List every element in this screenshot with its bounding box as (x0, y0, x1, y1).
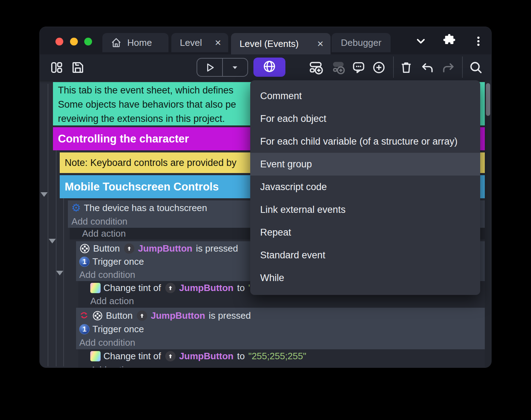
menu-item-link-external-events[interactable]: Link external events (250, 198, 480, 221)
action-block-tint-2[interactable]: Change tint of JumpButton to "255;255;25… (78, 349, 486, 368)
tab-debugger[interactable]: Debugger (332, 33, 391, 52)
condition-text: is pressed (209, 310, 251, 321)
save-icon[interactable] (70, 59, 86, 76)
system-gear-icon: ⚙︎ (71, 203, 81, 213)
minimize-window-button[interactable] (70, 38, 78, 45)
tab-home-label: Home (127, 37, 152, 48)
add-event-context-menu: Comment For each object For each child v… (250, 80, 480, 295)
kebab-menu-icon[interactable] (471, 33, 486, 49)
event-block-jumpbutton-2[interactable]: Button JumpButton is pressed 1 Trigger o… (76, 308, 486, 349)
titlebar: Home Level × Level (Events) × Debugger (40, 27, 491, 54)
menu-item-for-each-child-variable[interactable]: For each child variable (of a structure … (250, 130, 480, 153)
toolbar (40, 54, 491, 80)
trigger-once-icon: 1 (79, 324, 90, 334)
menu-item-for-each-object[interactable]: For each object (250, 107, 480, 130)
tint-rainbow-icon (90, 283, 101, 293)
screenshot-background: Home Level × Level (Events) × Debugger (0, 0, 531, 420)
action-text: to (237, 282, 245, 294)
gamepad-icon (92, 310, 103, 321)
toolbar-divider-2 (462, 56, 463, 78)
zoom-window-button[interactable] (84, 38, 92, 45)
action-text: to (237, 351, 245, 362)
note-text: Note: Keyboard controls are provided by (65, 157, 236, 168)
tint-value: "255;255;255" (248, 351, 306, 362)
globe-icon (263, 60, 276, 75)
condition-text: Trigger once (92, 324, 144, 335)
condition-text: Button (93, 243, 120, 254)
add-condition-link[interactable]: Add condition (79, 336, 486, 349)
add-comment-icon[interactable] (350, 59, 367, 76)
indent-guide (56, 131, 57, 366)
jumpbutton-arrow-icon (165, 351, 176, 361)
menu-item-event-group[interactable]: Event group (250, 153, 480, 176)
scrollbar-thumb[interactable] (486, 83, 490, 116)
close-window-button[interactable] (55, 38, 63, 45)
app-window: Home Level × Level (Events) × Debugger (39, 27, 492, 368)
group-title: Controlling the character (58, 133, 189, 145)
condition-text: is pressed (196, 243, 238, 254)
tab-level-label: Level (180, 37, 202, 48)
home-icon (110, 37, 122, 49)
add-plus-icon[interactable] (371, 59, 387, 76)
chevron-down-icon[interactable] (413, 33, 429, 49)
invert-arrows-icon (79, 311, 89, 321)
remote-preview-button[interactable] (253, 58, 285, 77)
tab-level-events-label: Level (Events) (240, 38, 299, 49)
toolbar-divider (393, 56, 394, 78)
menu-item-standard-event[interactable]: Standard event (250, 244, 480, 266)
gamepad-icon (79, 243, 90, 254)
condition-text: Button (106, 310, 133, 321)
indent-guide (63, 179, 64, 366)
preview-button-group (197, 58, 248, 77)
condition-text: The device has a touchscreen (84, 203, 207, 214)
condition-text: Trigger once (92, 256, 144, 267)
tab-level-events-close-icon[interactable]: × (317, 38, 323, 49)
add-action-link[interactable]: Add action (90, 363, 486, 368)
menu-item-repeat[interactable]: Repeat (250, 221, 480, 244)
scrollbar-track[interactable] (485, 80, 491, 368)
add-subevent-icon[interactable] (330, 59, 346, 76)
action-text: Change tint of (103, 282, 161, 294)
redo-icon[interactable] (440, 59, 456, 76)
addons-puzzle-icon[interactable] (441, 33, 457, 48)
jumpbutton-arrow-icon (137, 311, 147, 321)
jumpbutton-arrow-icon (165, 283, 176, 293)
group-title: Mobile Touchscreen Controls (65, 181, 219, 193)
tab-level[interactable]: Level × (171, 33, 228, 52)
trigger-once-icon: 1 (79, 257, 90, 267)
undo-icon[interactable] (419, 59, 436, 76)
tab-level-events[interactable]: Level (Events) × (231, 33, 331, 54)
tab-level-close-icon[interactable]: × (215, 37, 221, 48)
search-icon[interactable] (468, 59, 484, 76)
menu-item-comment[interactable]: Comment (250, 85, 480, 107)
add-action-link[interactable]: Add action (90, 295, 486, 308)
collapse-arrow-icon[interactable] (56, 271, 63, 275)
indent-guide (48, 84, 48, 366)
collapse-arrow-icon[interactable] (49, 239, 56, 243)
tab-debugger-label: Debugger (341, 37, 381, 48)
object-name: JumpButton (179, 351, 234, 362)
collapse-arrow-icon[interactable] (41, 192, 48, 197)
object-name: JumpButton (179, 282, 234, 294)
tint-rainbow-icon (90, 351, 101, 361)
preview-dropdown-button[interactable] (223, 59, 248, 76)
layout-panels-icon[interactable] (48, 59, 65, 76)
action-text: Change tint of (103, 351, 161, 362)
add-event-icon[interactable] (308, 59, 324, 76)
tab-home[interactable]: Home (102, 33, 168, 52)
menu-item-javascript-code[interactable]: Javascript code (250, 176, 480, 198)
object-name: JumpButton (138, 243, 192, 254)
preview-play-button[interactable] (197, 59, 222, 76)
menu-item-while[interactable]: While (250, 266, 480, 289)
delete-trash-icon[interactable] (398, 59, 414, 76)
object-name: JumpButton (151, 310, 205, 321)
jumpbutton-arrow-icon (124, 243, 134, 254)
